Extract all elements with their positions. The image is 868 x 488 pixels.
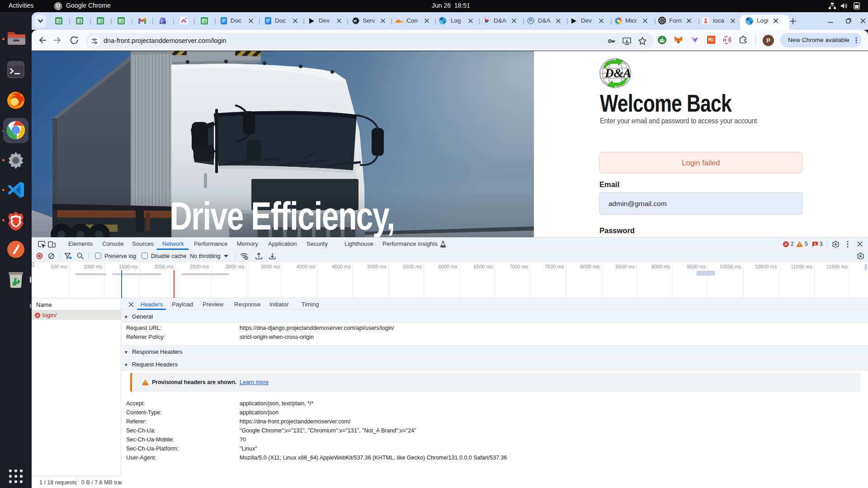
svg-text:D&A: D&A bbox=[604, 66, 631, 80]
